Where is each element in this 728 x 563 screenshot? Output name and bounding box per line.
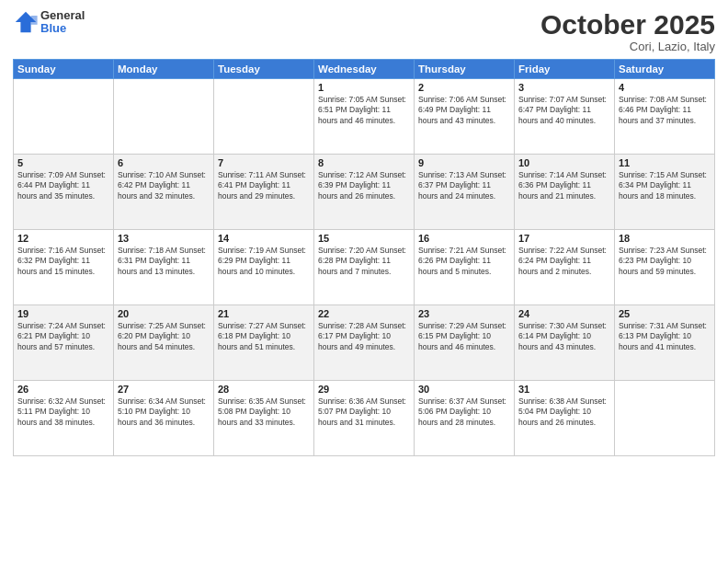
day-info: Sunrise: 7:27 AM Sunset: 6:18 PM Dayligh… — [218, 321, 310, 352]
calendar-cell: 20Sunrise: 7:25 AM Sunset: 6:20 PM Dayli… — [114, 305, 214, 381]
calendar-cell — [214, 79, 314, 155]
day-info: Sunrise: 7:08 AM Sunset: 6:46 PM Dayligh… — [619, 95, 711, 126]
day-info: Sunrise: 7:06 AM Sunset: 6:49 PM Dayligh… — [418, 95, 510, 126]
calendar: Sunday Monday Tuesday Wednesday Thursday… — [13, 59, 715, 456]
calendar-cell: 28Sunrise: 6:35 AM Sunset: 5:08 PM Dayli… — [214, 381, 314, 456]
day-info: Sunrise: 6:36 AM Sunset: 5:07 PM Dayligh… — [318, 396, 410, 428]
day-info: Sunrise: 7:19 AM Sunset: 6:29 PM Dayligh… — [218, 246, 310, 277]
calendar-week-0: 1Sunrise: 7:05 AM Sunset: 6:51 PM Daylig… — [14, 79, 715, 155]
day-info: Sunrise: 7:13 AM Sunset: 6:37 PM Dayligh… — [418, 170, 510, 201]
day-number: 8 — [318, 157, 410, 168]
calendar-cell: 23Sunrise: 7:29 AM Sunset: 6:15 PM Dayli… — [415, 305, 515, 381]
calendar-week-2: 12Sunrise: 7:16 AM Sunset: 6:32 PM Dayli… — [14, 230, 715, 305]
calendar-cell: 15Sunrise: 7:20 AM Sunset: 6:28 PM Dayli… — [314, 230, 415, 305]
calendar-cell — [615, 381, 715, 456]
day-info: Sunrise: 7:25 AM Sunset: 6:20 PM Dayligh… — [118, 321, 210, 352]
day-info: Sunrise: 7:10 AM Sunset: 6:42 PM Dayligh… — [118, 170, 210, 201]
day-number: 16 — [418, 233, 510, 244]
calendar-cell: 8Sunrise: 7:12 AM Sunset: 6:39 PM Daylig… — [314, 155, 415, 230]
logo-text: General Blue — [40, 9, 85, 36]
calendar-cell: 16Sunrise: 7:21 AM Sunset: 6:26 PM Dayli… — [415, 230, 515, 305]
col-monday: Monday — [114, 60, 214, 79]
day-info: Sunrise: 7:30 AM Sunset: 6:14 PM Dayligh… — [518, 321, 610, 352]
day-info: Sunrise: 6:38 AM Sunset: 5:04 PM Dayligh… — [518, 396, 610, 428]
calendar-cell: 30Sunrise: 6:37 AM Sunset: 5:06 PM Dayli… — [415, 381, 515, 456]
calendar-cell: 31Sunrise: 6:38 AM Sunset: 5:04 PM Dayli… — [515, 381, 615, 456]
calendar-cell: 5Sunrise: 7:09 AM Sunset: 6:44 PM Daylig… — [14, 155, 114, 230]
day-info: Sunrise: 7:20 AM Sunset: 6:28 PM Dayligh… — [318, 246, 410, 277]
day-info: Sunrise: 7:14 AM Sunset: 6:36 PM Dayligh… — [518, 170, 610, 201]
calendar-cell: 17Sunrise: 7:22 AM Sunset: 6:24 PM Dayli… — [515, 230, 615, 305]
day-number: 11 — [619, 157, 711, 168]
title-area: October 2025 Cori, Lazio, Italy — [540, 9, 715, 53]
calendar-header-row: Sunday Monday Tuesday Wednesday Thursday… — [14, 60, 715, 79]
logo: General Blue — [13, 9, 85, 36]
calendar-cell: 1Sunrise: 7:05 AM Sunset: 6:51 PM Daylig… — [314, 79, 415, 155]
day-number: 29 — [318, 384, 410, 395]
day-number: 3 — [518, 82, 610, 93]
calendar-cell: 24Sunrise: 7:30 AM Sunset: 6:14 PM Dayli… — [515, 305, 615, 381]
calendar-cell — [14, 79, 114, 155]
calendar-cell: 4Sunrise: 7:08 AM Sunset: 6:46 PM Daylig… — [615, 79, 715, 155]
svg-marker-1 — [31, 16, 38, 25]
calendar-week-4: 26Sunrise: 6:32 AM Sunset: 5:11 PM Dayli… — [14, 381, 715, 456]
day-number: 15 — [318, 233, 410, 244]
day-info: Sunrise: 7:22 AM Sunset: 6:24 PM Dayligh… — [518, 246, 610, 277]
col-wednesday: Wednesday — [314, 60, 415, 79]
day-info: Sunrise: 7:09 AM Sunset: 6:44 PM Dayligh… — [17, 170, 109, 201]
day-number: 21 — [218, 308, 310, 319]
day-info: Sunrise: 7:16 AM Sunset: 6:32 PM Dayligh… — [17, 246, 109, 277]
day-number: 23 — [418, 308, 510, 319]
header: General Blue October 2025 Cori, Lazio, I… — [13, 9, 715, 53]
day-number: 12 — [17, 233, 109, 244]
calendar-cell: 25Sunrise: 7:31 AM Sunset: 6:13 PM Dayli… — [615, 305, 715, 381]
day-number: 10 — [518, 157, 610, 168]
day-number: 20 — [118, 308, 210, 319]
day-number: 6 — [118, 157, 210, 168]
day-info: Sunrise: 7:23 AM Sunset: 6:23 PM Dayligh… — [619, 246, 711, 277]
calendar-cell — [114, 79, 214, 155]
day-info: Sunrise: 6:35 AM Sunset: 5:08 PM Dayligh… — [218, 396, 310, 428]
day-number: 7 — [218, 157, 310, 168]
logo-blue: Blue — [40, 22, 85, 35]
day-number: 24 — [518, 308, 610, 319]
calendar-week-1: 5Sunrise: 7:09 AM Sunset: 6:44 PM Daylig… — [14, 155, 715, 230]
col-sunday: Sunday — [14, 60, 114, 79]
calendar-cell: 3Sunrise: 7:07 AM Sunset: 6:47 PM Daylig… — [515, 79, 615, 155]
day-info: Sunrise: 7:05 AM Sunset: 6:51 PM Dayligh… — [318, 95, 410, 126]
calendar-week-3: 19Sunrise: 7:24 AM Sunset: 6:21 PM Dayli… — [14, 305, 715, 381]
logo-icon — [13, 9, 39, 35]
day-number: 22 — [318, 308, 410, 319]
day-number: 13 — [118, 233, 210, 244]
day-number: 18 — [619, 233, 711, 244]
day-number: 5 — [17, 157, 109, 168]
day-info: Sunrise: 6:37 AM Sunset: 5:06 PM Dayligh… — [418, 396, 510, 428]
day-number: 31 — [518, 384, 610, 395]
day-info: Sunrise: 7:12 AM Sunset: 6:39 PM Dayligh… — [318, 170, 410, 201]
day-number: 19 — [17, 308, 109, 319]
calendar-cell: 7Sunrise: 7:11 AM Sunset: 6:41 PM Daylig… — [214, 155, 314, 230]
day-number: 1 — [318, 82, 410, 93]
day-number: 28 — [218, 384, 310, 395]
day-number: 25 — [619, 308, 711, 319]
calendar-cell: 18Sunrise: 7:23 AM Sunset: 6:23 PM Dayli… — [615, 230, 715, 305]
day-info: Sunrise: 7:18 AM Sunset: 6:31 PM Dayligh… — [118, 246, 210, 277]
day-number: 14 — [218, 233, 310, 244]
calendar-cell: 9Sunrise: 7:13 AM Sunset: 6:37 PM Daylig… — [415, 155, 515, 230]
day-info: Sunrise: 6:32 AM Sunset: 5:11 PM Dayligh… — [17, 396, 109, 428]
page: General Blue October 2025 Cori, Lazio, I… — [0, 0, 728, 563]
day-info: Sunrise: 7:28 AM Sunset: 6:17 PM Dayligh… — [318, 321, 410, 352]
day-info: Sunrise: 6:34 AM Sunset: 5:10 PM Dayligh… — [118, 396, 210, 428]
day-info: Sunrise: 7:31 AM Sunset: 6:13 PM Dayligh… — [619, 321, 711, 352]
day-number: 2 — [418, 82, 510, 93]
calendar-cell: 21Sunrise: 7:27 AM Sunset: 6:18 PM Dayli… — [214, 305, 314, 381]
col-tuesday: Tuesday — [214, 60, 314, 79]
day-number: 27 — [118, 384, 210, 395]
calendar-cell: 12Sunrise: 7:16 AM Sunset: 6:32 PM Dayli… — [14, 230, 114, 305]
day-number: 4 — [619, 82, 711, 93]
calendar-cell: 27Sunrise: 6:34 AM Sunset: 5:10 PM Dayli… — [114, 381, 214, 456]
col-thursday: Thursday — [415, 60, 515, 79]
logo-general: General — [40, 9, 85, 22]
day-info: Sunrise: 7:07 AM Sunset: 6:47 PM Dayligh… — [518, 95, 610, 126]
day-number: 9 — [418, 157, 510, 168]
